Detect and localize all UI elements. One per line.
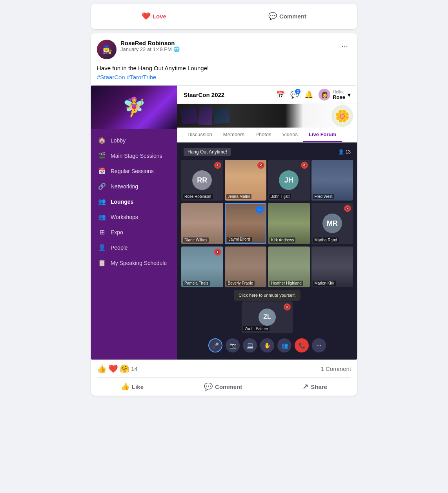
name-martha-rand: Martha Rand (313, 237, 339, 243)
speech-bubble-icon: 💬 (204, 382, 213, 391)
mute-icon-pamela: 🔇 (214, 248, 221, 256)
conference-banner: 🧚‍♀️ (91, 86, 177, 129)
flower-decoration: 🌼 (331, 105, 353, 127)
conference-embed: 🧚‍♀️ 🏠 Lobby 🎬 Main Stage Sessions 📅 Reg… (91, 85, 357, 360)
like-label: Like (132, 383, 144, 390)
mute-icon-self: 🔇 (284, 303, 291, 310)
self-video-cell[interactable]: ZL 🔇 Zia L. Palmer (242, 301, 293, 333)
sidebar-item-networking[interactable]: 🔗 Networking (91, 179, 177, 194)
name-marion-kirk: Marion Kirk (313, 281, 336, 286)
participant-cell-john-hijatt[interactable]: JH 🔇 John Hijatt (268, 160, 310, 201)
participants-button[interactable]: 👥 (277, 338, 291, 352)
participant-cell-jenna-matlin[interactable]: 🔇 Jenna Matlin (225, 160, 267, 201)
home-icon: 🏠 (98, 137, 106, 144)
tab-videos[interactable]: Videos (277, 128, 304, 142)
main-stage-label: Main Stage Sessions (111, 153, 162, 159)
love-reaction-button[interactable]: ❤️ Love (134, 9, 174, 24)
sidebar-item-lounges[interactable]: 👥 Lounges (91, 194, 177, 209)
raise-hand-button[interactable]: ✋ (260, 338, 274, 352)
hugging-emoji: 🤗 (120, 364, 129, 373)
mic-muted-icon: 🎤 (212, 342, 219, 349)
tab-members[interactable]: Members (218, 128, 250, 142)
participant-cell-pamela-theis[interactable]: 🔇 Pamela Theis (181, 246, 223, 287)
comment-button[interactable]: 💬 Comment (196, 379, 250, 394)
user-profile-button[interactable]: 👩 Hello, Rose ▾ (319, 89, 351, 100)
participant-cell-beverly-frable[interactable]: Beverly Frable (225, 246, 267, 287)
participant-cell-fred-west[interactable]: Fred West (311, 160, 353, 201)
participant-cell-rose-robinson[interactable]: RR 🔇 Rose Robinson (181, 160, 223, 201)
calendar-icon: 📅 (98, 167, 106, 175)
camera-button[interactable]: 📷 (226, 338, 240, 352)
name-jaymi-elford: Jaymi Elford (227, 237, 252, 242)
calendar-header-icon[interactable]: 📅 (276, 90, 285, 99)
sidebar-item-people[interactable]: 👤 People (91, 240, 177, 255)
end-call-button[interactable]: 📞 (295, 338, 309, 352)
tab-live-forum[interactable]: Live Forum (303, 128, 342, 142)
conference-sidebar: 🧚‍♀️ 🏠 Lobby 🎬 Main Stage Sessions 📅 Reg… (91, 86, 177, 360)
comment-count[interactable]: 1 Comment (321, 365, 351, 372)
sidebar-item-speaking-schedule[interactable]: 📋 My Speaking Schedule (91, 255, 177, 270)
share-button[interactable]: ↗ Share (295, 379, 335, 394)
comment-icon: 💬 (268, 12, 277, 20)
participant-cell-kirk-andrews[interactable]: Kirk Andrews (268, 203, 310, 244)
love-label: Love (153, 13, 166, 20)
screen-share-button[interactable]: 💻 (243, 338, 257, 352)
like-button[interactable]: 👍 Like (113, 379, 151, 394)
participant-cell-diane-wilkes[interactable]: Diane Wilkes (181, 203, 223, 244)
name-kirk-andrews: Kirk Andrews (270, 237, 295, 243)
video-grid-row2: Diane Wilkes ··· Jaymi Elford Kirk Andre… (181, 203, 353, 244)
user-name: Rose (333, 94, 345, 100)
messages-header-icon[interactable]: 💬 2 (290, 90, 299, 99)
name-diane-wilkes: Diane Wilkes (183, 237, 209, 243)
count-number: 13 (346, 149, 351, 155)
name-heather-highland: Heather Highland (270, 281, 303, 286)
lounges-icon: 👥 (98, 198, 106, 205)
people-count-icon: 👤 (338, 149, 344, 155)
more-options-button[interactable]: ··· (338, 40, 351, 52)
ellipsis-icon: ··· (316, 342, 321, 349)
sidebar-item-main-stage[interactable]: 🎬 Main Stage Sessions (91, 148, 177, 163)
sidebar-item-regular-sessions[interactable]: 📅 Regular Sessions (91, 163, 177, 179)
participant-cell-marion-kirk[interactable]: Marion Kirk (311, 246, 353, 287)
name-john-hijatt: John Hijatt (270, 194, 291, 199)
people-icon: 👤 (98, 244, 106, 251)
notification-badge: 2 (295, 89, 300, 94)
tab-discussion[interactable]: Discussion (182, 128, 218, 142)
workshops-label: Workshops (111, 214, 138, 220)
comment-reaction-button[interactable]: 💬 Comment (260, 9, 314, 24)
comment-label: Comment (279, 13, 306, 20)
heart-icon: ❤️ (142, 12, 150, 20)
participant-cell-heather-highland[interactable]: Heather Highland (268, 246, 310, 287)
tarot-card-1 (180, 107, 198, 124)
hang-out-label: Hang Out Anytime! (184, 148, 231, 156)
share-icon: ↗ (302, 382, 308, 391)
controls-bar: 🎤 📷 💻 ✋ 👥 (181, 335, 353, 356)
sidebar-item-workshops[interactable]: 👥 Workshops (91, 209, 177, 225)
participant-cell-jaymi-elford[interactable]: ··· Jaymi Elford (225, 203, 267, 244)
sidebar-item-lobby[interactable]: 🏠 Lobby (91, 133, 177, 148)
user-greeting: Hello, (333, 89, 345, 94)
self-view-container: Click here to unmute yourself. ZL 🔇 Zia … (234, 290, 300, 333)
post-author: RoseRed Robinson (120, 40, 338, 46)
mute-icon-jh: 🔇 (301, 162, 308, 169)
video-area: Hang Out Anytime! 👤 13 RR 🔇 Rose Robinso… (177, 142, 357, 360)
participant-cell-martha-rand[interactable]: MR 🔇 Martha Rand (311, 203, 353, 244)
tab-photos[interactable]: Photos (250, 128, 277, 142)
name-jenna-matlin: Jenna Matlin (226, 194, 252, 199)
conference-title: StaarCon 2022 (184, 91, 224, 98)
conference-tabs: Discussion Members Photos Videos Live Fo… (177, 128, 357, 142)
name-fred-west: Fred West (313, 194, 334, 199)
post-hashtags[interactable]: #StaarCon #TarotTribe (91, 74, 357, 85)
more-controls-button[interactable]: ··· (312, 338, 326, 352)
avatar-jh: JH (279, 170, 299, 190)
sidebar-item-expo[interactable]: ⊞ Expo (91, 225, 177, 240)
conference-main: StaarCon 2022 📅 💬 2 🔔 👩 Hello, Ro (177, 86, 357, 360)
notifications-header-icon[interactable]: 🔔 (304, 90, 313, 99)
mic-button[interactable]: 🎤 (208, 338, 222, 352)
post-header: 🧙‍♀️ RoseRed Robinson January 22 at 1:49… (91, 33, 357, 59)
people-label: People (111, 245, 128, 251)
networking-label: Networking (111, 183, 138, 190)
top-partial-card: ❤️ Love 💬 Comment (91, 4, 357, 29)
chevron-down-icon: ▾ (348, 91, 351, 99)
comment-action-label: Comment (215, 383, 242, 390)
